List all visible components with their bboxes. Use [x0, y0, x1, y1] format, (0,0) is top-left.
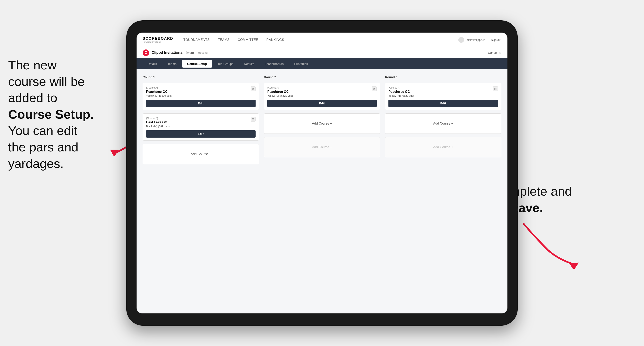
tab-printables[interactable]: Printables: [290, 60, 313, 68]
round-1-course-a-label: (Course A): [146, 86, 172, 89]
round-2-add-course-disabled: Add Course +: [264, 137, 380, 157]
round-3-course-a-edit-button[interactable]: Edit: [388, 100, 498, 107]
round-2-add-course-button[interactable]: Add Course +: [264, 113, 380, 134]
round-1-course-a-delete-button[interactable]: ⊠: [251, 86, 256, 91]
round-1-course-b-name: East Lake GC: [146, 121, 170, 124]
round-3-add-course-label: Add Course +: [433, 122, 453, 125]
nav-rankings[interactable]: RANKINGS: [266, 38, 284, 42]
round-2-course-a-edit-button[interactable]: Edit: [268, 100, 377, 107]
tournament-gender: (Men): [186, 51, 194, 54]
round-2-add-course-label: Add Course +: [312, 122, 332, 125]
delete-icon: ⊠: [252, 87, 254, 90]
tab-bar: Details Teams Course Setup Tee Groups Re…: [136, 58, 508, 69]
round-1-add-course-label: Add Course +: [191, 152, 211, 156]
right-arrow: [518, 220, 583, 269]
round-1-course-b-tee: Black (M) (6891 yds): [146, 125, 170, 128]
rounds-grid: Round 1 (Course A) Peachtree GC Yellow (…: [143, 75, 501, 164]
round-2-course-a-name: Peachtree GC: [268, 90, 293, 94]
round-2-course-a-card: (Course A) Peachtree GC Yellow (M) (6629…: [264, 83, 380, 110]
round-3-add-course-disabled-label: Add Course +: [433, 145, 453, 149]
round-1-course-a-name: Peachtree GC: [146, 90, 172, 94]
round-1-course-b-edit-button[interactable]: Edit: [146, 130, 256, 138]
round-1-add-course-button[interactable]: Add Course +: [143, 144, 259, 164]
delete-icon-3: ⊠: [373, 87, 376, 90]
svg-marker-1: [570, 263, 579, 269]
round-3-course-a-info: (Course A) Peachtree GC Yellow (M) (6629…: [388, 86, 414, 97]
tablet-screen: SCOREBOARD Powered by clippd TOURNAMENTS…: [136, 32, 508, 314]
top-nav: SCOREBOARD Powered by clippd TOURNAMENTS…: [136, 32, 508, 47]
clippd-logo: C: [143, 49, 149, 56]
scoreboard-logo: SCOREBOARD Powered by clippd: [143, 36, 173, 43]
tournament-bar: C Clippd Invitational (Men) Hosting Canc…: [136, 47, 508, 58]
round-1-column: Round 1 (Course A) Peachtree GC Yellow (…: [143, 75, 259, 164]
round-2-column: Round 2 (Course A) Peachtree GC Yellow (…: [264, 75, 380, 164]
tab-tee-groups[interactable]: Tee Groups: [213, 60, 238, 68]
round-1-course-b-header: (Course B) East Lake GC Black (M) (6891 …: [146, 117, 256, 128]
hosting-badge: Hosting: [198, 51, 208, 54]
top-nav-right: blair@clippd.io | Sign out: [458, 37, 501, 43]
user-avatar: [458, 37, 464, 43]
tournament-info: C Clippd Invitational (Men) Hosting: [143, 49, 208, 56]
round-3-label: Round 3: [385, 75, 501, 79]
logo-title: SCOREBOARD: [143, 36, 173, 41]
tab-details[interactable]: Details: [143, 60, 162, 68]
round-3-course-a-label: (Course A): [388, 86, 414, 89]
round-1-course-a-card: (Course A) Peachtree GC Yellow (M) (6629…: [143, 83, 259, 110]
round-2-course-a-tee: Yellow (M) (6629 yds): [268, 94, 293, 97]
round-3-column: Round 3 (Course A) Peachtree GC Yellow (…: [385, 75, 501, 164]
nav-tournaments[interactable]: TOURNAMENTS: [184, 38, 210, 42]
round-3-course-a-card: (Course A) Peachtree GC Yellow (M) (6629…: [385, 83, 501, 110]
round-1-course-a-info: (Course A) Peachtree GC Yellow (M) (6629…: [146, 86, 172, 97]
round-2-course-a-delete-button[interactable]: ⊠: [372, 86, 376, 91]
tab-results[interactable]: Results: [239, 60, 259, 68]
round-3-add-course-button[interactable]: Add Course +: [385, 113, 501, 134]
tournament-name: Clippd Invitational: [152, 50, 184, 55]
round-1-course-a-edit-button[interactable]: Edit: [146, 100, 256, 107]
round-1-course-a-tee: Yellow (M) (6629 yds): [146, 94, 172, 97]
tablet-device: SCOREBOARD Powered by clippd TOURNAMENTS…: [126, 20, 518, 326]
main-content: Round 1 (Course A) Peachtree GC Yellow (…: [136, 69, 508, 314]
nav-separator: |: [488, 38, 488, 41]
tab-leaderboards[interactable]: Leaderboards: [260, 60, 288, 68]
nav-committee[interactable]: COMMITTEE: [238, 38, 258, 42]
svg-marker-0: [110, 150, 119, 157]
round-1-course-b-delete-button[interactable]: ⊠: [251, 117, 256, 122]
tab-course-setup[interactable]: Course Setup: [182, 60, 212, 68]
round-2-course-a-label: (Course A): [268, 86, 293, 89]
round-1-label: Round 1: [143, 75, 259, 79]
round-3-course-a-header: (Course A) Peachtree GC Yellow (M) (6629…: [388, 86, 498, 97]
sign-out-link[interactable]: Sign out: [491, 38, 501, 41]
round-3-course-a-tee: Yellow (M) (6629 yds): [388, 94, 414, 97]
top-nav-links: TOURNAMENTS TEAMS COMMITTEE RANKINGS: [184, 38, 458, 42]
tab-teams[interactable]: Teams: [163, 60, 182, 68]
user-email: blair@clippd.io: [466, 38, 485, 41]
round-3-course-a-delete-button[interactable]: ⊠: [493, 86, 498, 91]
round-2-label: Round 2: [264, 75, 380, 79]
round-2-course-a-info: (Course A) Peachtree GC Yellow (M) (6629…: [268, 86, 293, 97]
delete-icon-2: ⊠: [252, 118, 254, 121]
round-2-add-course-disabled-label: Add Course +: [312, 145, 332, 149]
round-2-course-a-header: (Course A) Peachtree GC Yellow (M) (6629…: [268, 86, 377, 97]
delete-icon-4: ⊠: [494, 87, 497, 90]
round-1-course-b-label: (Course B): [146, 117, 170, 120]
round-1-course-b-card: (Course B) East Lake GC Black (M) (6891 …: [143, 113, 259, 141]
logo-subtitle: Powered by clippd: [143, 41, 173, 43]
round-1-course-a-header: (Course A) Peachtree GC Yellow (M) (6629…: [146, 86, 256, 97]
round-1-course-b-info: (Course B) East Lake GC Black (M) (6891 …: [146, 117, 170, 128]
cancel-icon: ✕: [499, 51, 501, 54]
cancel-button[interactable]: Cancel ✕: [488, 51, 501, 54]
round-3-add-course-disabled: Add Course +: [385, 137, 501, 157]
round-3-course-a-name: Peachtree GC: [388, 90, 414, 94]
nav-teams[interactable]: TEAMS: [218, 38, 230, 42]
